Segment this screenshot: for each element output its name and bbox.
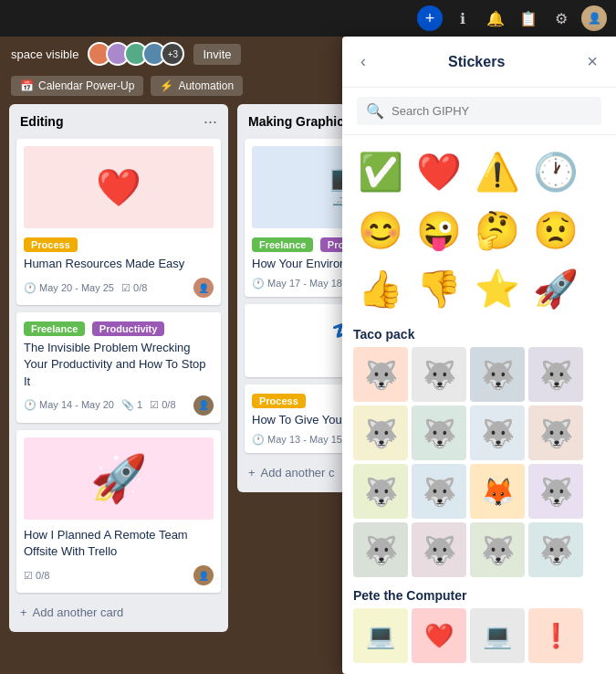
default-sticker-row-1: ✅ ❤️ ⚠️ 🕐 [353,144,605,199]
sticker-panel-title: Stickers [370,54,583,70]
top-navigation: + ℹ 🔔 📋 ⚙ 👤 [0,0,616,37]
sticker-thumbsup[interactable]: 👍 [353,261,408,316]
list-title-editing: Editing [20,114,63,129]
dog-sticker-10[interactable]: 🐺 [412,464,466,519]
dog-sticker-13[interactable]: 🐺 [412,522,466,577]
card-invisible-problem[interactable]: Freelance Productivity The Invisible Pro… [16,312,221,423]
card-avatar-3: 👤 [193,565,214,585]
sticker-rocket[interactable]: 🚀 [528,261,583,316]
user-avatar[interactable]: 👤 [581,5,607,31]
card-date-2: 🕐 May 14 - May 20 [24,399,114,411]
add-button[interactable]: + [417,5,443,31]
calendar-icon: 📅 [20,79,34,92]
sticker-thinking[interactable]: 🤔 [470,203,525,258]
sticker-warning[interactable]: ⚠️ [470,144,525,199]
visibility-label: space visible [11,47,78,61]
card-date-1: 🕐 May 20 - May 25 [24,282,114,294]
sticker-back-button[interactable]: ‹ [357,48,370,75]
pete-sticker-4[interactable]: ❗ [528,608,583,663]
dog-sticker-2[interactable]: 🐺 [412,347,466,402]
sticker-clock[interactable]: 🕐 [528,144,583,199]
list-title-graphics: Making Graphics [248,114,351,129]
card-image-rocket: 🚀 [24,437,214,520]
pete-sticker-3[interactable]: 💻 [470,608,525,663]
sticker-wink[interactable]: 😜 [412,203,466,258]
card-avatar-2: 👤 [193,395,214,416]
invite-button[interactable]: Invite [193,44,240,65]
taco-row-3: 🐺 🐺 🦊 🐺 [353,464,605,519]
sticker-smile[interactable]: 😊 [353,203,408,258]
tag-process: Process [24,237,78,252]
dog-sticker-11[interactable]: 🐺 [528,464,583,519]
sticker-star[interactable]: ⭐ [470,261,525,316]
list-editing: Editing ··· ❤️ Process Human Resources M… [9,104,228,632]
card-meta-1: 🕐 May 20 - May 25 ☑ 0/8 👤 [24,278,214,298]
search-icon: 🔍 [366,102,384,120]
sticker-panel: ‹ Stickers × 🔍 ✅ ❤️ ⚠️ 🕐 😊 😜 🤔 😟 👍 👎 ⭐ [342,37,616,674]
default-sticker-row-2: 😊 😜 🤔 😟 [353,203,605,258]
pete-row-1: 💻 ❤️ 💻 ❗ [353,608,605,663]
member-avatars: +3 [88,42,184,66]
add-card-button-editing[interactable]: + Add another card [16,600,221,625]
card-title-human-resources: Human Resources Made Easy [24,256,214,272]
sticker-close-button[interactable]: × [583,47,601,76]
default-sticker-row-3: 👍 👎 ⭐ 🚀 [353,261,605,316]
search-input[interactable] [392,104,592,118]
more-members-badge[interactable]: +3 [161,42,184,66]
sticker-worried[interactable]: 😟 [528,203,583,258]
settings-icon[interactable]: ⚙ [548,5,574,31]
card-image-heart: ❤️ [24,146,214,228]
sticker-heart[interactable]: ❤️ [412,144,466,199]
list-menu-button-editing[interactable]: ··· [204,113,217,130]
card-meta-3: ☑ 0/8 👤 [24,565,214,585]
automation-button[interactable]: ⚡ Automation [151,76,243,96]
taco-row-4: 🐺 🐺 🐺 🐺 [353,522,605,577]
calendar-powerup-button[interactable]: 📅 Calendar Power-Up [11,76,143,96]
dog-sticker-3[interactable]: 🐺 [470,347,525,402]
tag-productivity: Productivity [92,321,165,336]
dog-sticker-14[interactable]: 🐺 [470,522,525,577]
card-checklist-1: ☑ 0/8 [121,282,147,294]
notification-icon[interactable]: 🔔 [483,5,508,31]
sticker-grid-section: ✅ ❤️ ⚠️ 🕐 😊 😜 🤔 😟 👍 👎 ⭐ 🚀 Taco pack 🐺 🐺 … [342,135,616,674]
sticker-thumbsdown[interactable]: 👎 [412,261,466,316]
taco-row-1: 🐺 🐺 🐺 🐺 [353,347,605,402]
info-icon[interactable]: ℹ [450,5,475,31]
dog-sticker-fox[interactable]: 🦊 [470,464,525,519]
card-icon[interactable]: 📋 [516,5,541,31]
sticker-search-area: 🔍 [342,88,616,135]
card-human-resources[interactable]: ❤️ Process Human Resources Made Easy 🕐 M… [16,139,221,305]
card-checklist-2: ☑ 0/8 [150,399,175,411]
card-remote-team[interactable]: 🚀 How I Planned A Remote Team Offsite Wi… [16,430,221,593]
dog-sticker-15[interactable]: 🐺 [528,522,583,577]
tag-freelance-2: Freelance [252,237,313,252]
section-label-taco: Taco pack [353,320,605,347]
dog-sticker-12[interactable]: 🐺 [353,522,408,577]
sticker-checkmark[interactable]: ✅ [353,144,408,199]
card-attachment-2: 📎 1 [121,399,142,411]
card-date-4: 🕐 May 17 - May 18 [252,278,342,290]
dog-sticker-4[interactable]: 🐺 [528,347,583,402]
pete-sticker-1[interactable]: 💻 [353,608,408,663]
taco-row-2: 🐺 🐺 🐺 🐺 [353,405,605,460]
sticker-header: ‹ Stickers × [342,37,616,88]
dog-sticker-1[interactable]: 🐺 [353,347,408,402]
card-meta-2: 🕐 May 14 - May 20 📎 1 ☑ 0/8 👤 [24,395,214,416]
tag-freelance: Freelance [24,321,85,336]
lightning-icon: ⚡ [160,79,173,92]
plus-icon-graphics: + [248,466,256,479]
section-label-pete: Pete the Computer [353,581,605,608]
card-date-6: 🕐 May 13 - May 15 [252,434,342,446]
card-title-invisible: The Invisible Problem Wrecking Your Prod… [24,340,214,390]
pete-sticker-2[interactable]: ❤️ [412,608,466,663]
dog-sticker-9[interactable]: 🐺 [353,464,408,519]
dog-sticker-7[interactable]: 🐺 [470,405,525,460]
plus-icon-editing: + [20,606,27,619]
list-header-editing: Editing ··· [16,111,221,132]
dog-sticker-6[interactable]: 🐺 [412,405,466,460]
card-title-remote: How I Planned A Remote Team Offsite With… [24,527,214,560]
dog-sticker-8[interactable]: 🐺 [528,405,583,460]
search-box: 🔍 [357,97,601,125]
dog-sticker-5[interactable]: 🐺 [353,405,408,460]
card-checklist-3: ☑ 0/8 [24,570,49,582]
